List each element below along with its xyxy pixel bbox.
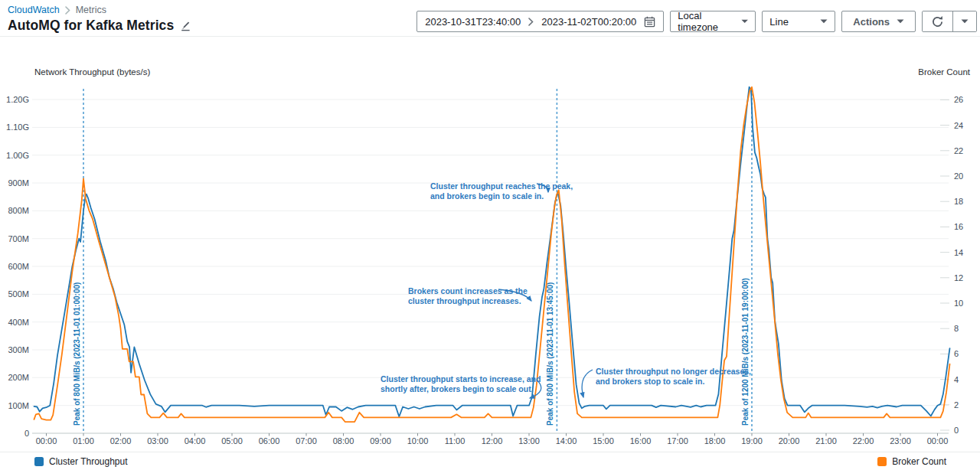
x-tick-label: 05:00 [221,436,243,446]
y-left-tick-label: 700M [8,234,29,243]
breadcrumb-current: Metrics [76,5,106,15]
x-tick-label: 21:00 [815,436,837,446]
y-left-tick-label: 100M [8,401,29,410]
svg-text:Cluster throughput starts to i: Cluster throughput starts to increase, a… [381,374,541,384]
legend-item-cluster-throughput[interactable]: Cluster Throughput [34,456,128,467]
broker-count-line[interactable] [34,87,950,422]
svg-text:and brokers begin to scale in.: and brokers begin to scale in. [430,191,544,201]
y-right-tick-label: 20 [954,171,963,181]
actions-button-label: Actions [853,16,890,28]
breadcrumb-chevron-icon [65,6,70,15]
actions-button[interactable]: Actions [841,11,916,32]
chart-type-select-value: Line [769,16,789,28]
date-start-value: 2023-10-31T23:40:00 [425,16,521,28]
y-left-tick-label: 400M [8,318,29,327]
legend-label: Cluster Throughput [49,456,128,467]
caret-down-icon [741,19,748,24]
cluster-throughput-line[interactable] [34,87,950,417]
broker-count-swatch [877,457,887,466]
chart-annotation: Cluster throughput no longer decreases,a… [582,367,751,397]
y-right-tick-label: 24 [954,121,963,130]
y-right-tick-label: 14 [954,248,963,257]
refresh-options-button[interactable] [952,11,976,31]
legend-label: Broker Count [892,456,946,467]
page-header: CloudWatch Metrics AutoMQ for Kafka Metr… [0,0,980,37]
chart-annotation: Brokers count increases as thecluster th… [408,286,531,305]
x-tick-label: 20:00 [779,436,800,446]
y-left-tick-label: 900M [8,178,29,188]
peak-marker-label: Peak of 800 MiB/s (2023-11-01 01:00:00) [73,282,81,426]
y-right-tick-label: 2 [954,400,959,410]
x-tick-label: 02:00 [110,436,132,446]
y-left-tick-label: 1.10G [6,122,29,132]
refresh-button-group [922,11,977,32]
refresh-button[interactable] [923,11,952,31]
x-tick-label: 19:00 [741,436,763,446]
x-tick-label: 15:00 [593,436,614,446]
timezone-select-value: Local timezone [678,10,741,33]
x-tick-label: 07:00 [296,436,317,446]
x-tick-label: 17:00 [667,436,688,446]
caret-down-icon [820,19,828,24]
timezone-select[interactable]: Local timezone [670,11,756,32]
y-left-tick-label: 0 [24,429,29,438]
svg-text:shortly after, brokers begin t: shortly after, brokers begin to scale ou… [381,384,534,393]
y-right-tick-label: 12 [954,273,963,282]
x-tick-label: 22:00 [853,436,874,446]
x-tick-label: 09:00 [370,436,391,446]
y-left-tick-label: 200M [8,373,29,382]
y-left-tick-label: 300M [8,345,29,354]
y-left-axis-title: Network Throughput (bytes/s) [34,67,150,80]
date-range-chevron-icon [528,18,534,26]
y-right-tick-label: 16 [954,222,963,231]
chart-annotation: Cluster throughput reaches the peak,and … [430,181,573,201]
caret-down-icon [961,19,969,24]
legend-item-broker-count[interactable]: Broker Count [877,456,946,467]
page-title: AutoMQ for Kafka Metrics [8,18,174,34]
chart-legend: Cluster Throughput Broker Count [0,452,980,470]
y-left-tick-label: 1.00G [6,151,29,160]
y-right-tick-label: 8 [954,324,959,333]
x-tick-label: 12:00 [482,436,503,446]
x-tick-label: 03:00 [147,436,168,446]
y-left-tick-label: 600M [8,262,29,271]
x-tick-label: 04:00 [185,436,206,446]
metrics-chart[interactable]: 1.20G1.10G1.00G900M800M700M600M500M400M3… [0,80,980,452]
y-left-tick-label: 500M [8,289,29,299]
x-tick-label: 01:00 [73,436,94,446]
x-tick-label: 18:00 [704,436,726,446]
svg-text:cluster throughput increases.: cluster throughput increases. [408,296,521,305]
date-end-value: 2023-11-02T00:20:00 [541,16,636,28]
chart-axis-titles: Network Throughput (bytes/s) Broker Coun… [0,67,980,80]
x-tick-label: 16:00 [630,436,652,446]
y-right-tick-label: 22 [954,146,963,155]
y-right-tick-label: 4 [954,375,959,384]
peak-marker-label: Peak of 800 MiB/s (2023-11-01 13:45:00) [546,282,554,426]
y-right-tick-label: 26 [954,95,963,104]
breadcrumb-cloudwatch-link[interactable]: CloudWatch [8,5,60,15]
y-right-tick-label: 18 [954,197,963,206]
x-tick-label: 23:00 [890,436,911,446]
calendar-icon [644,16,655,28]
title-row: AutoMQ for Kafka Metrics [8,18,191,34]
y-right-tick-label: 6 [954,349,959,358]
x-tick-label: 14:00 [556,436,577,446]
edit-pencil-icon[interactable] [179,21,191,32]
chart-type-select[interactable]: Line [762,11,835,32]
peak-marker-label: Peak of 1200 MiB/s (2023-11-01 19:00:00) [741,278,750,426]
x-tick-label: 13:00 [518,436,540,446]
y-left-tick-label: 800M [8,206,29,215]
x-tick-label: 00:00 [927,436,949,446]
x-tick-label: 10:00 [407,436,429,446]
y-right-tick-label: 0 [954,426,959,435]
svg-text:Cluster throughput reaches the: Cluster throughput reaches the peak, [430,181,573,191]
y-right-tick-label: 10 [954,299,963,308]
svg-text:Cluster throughput no longer d: Cluster throughput no longer decreases, [596,367,751,376]
refresh-icon [931,15,944,28]
caret-down-icon [897,19,904,24]
toolbar: 2023-10-31T23:40:00 2023-11-02T00:20:00 … [416,11,977,32]
x-tick-label: 06:00 [259,436,280,446]
date-range-picker[interactable]: 2023-10-31T23:40:00 2023-11-02T00:20:00 [416,11,664,32]
svg-text:and brokers stop to scale in.: and brokers stop to scale in. [596,377,704,386]
cluster-throughput-swatch [34,457,44,466]
